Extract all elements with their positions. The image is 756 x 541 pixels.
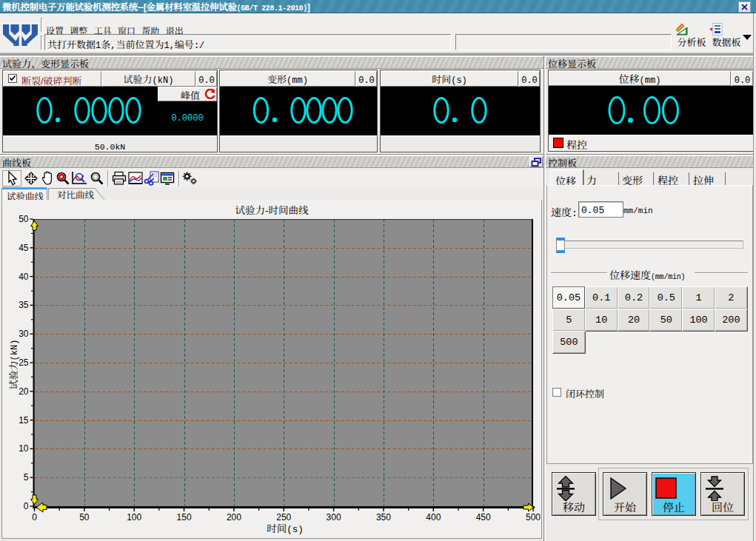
svg-text:20: 20 (19, 386, 29, 397)
svg-text:5: 5 (24, 472, 29, 483)
svg-text:45: 45 (19, 243, 29, 253)
svg-text:30: 30 (19, 329, 29, 339)
svg-text:35: 35 (19, 300, 29, 310)
svg-text:0: 0 (24, 501, 29, 511)
svg-text:10: 10 (19, 443, 29, 454)
svg-text:25: 25 (19, 357, 29, 368)
svg-text:15: 15 (19, 415, 29, 426)
svg-text:40: 40 (19, 272, 29, 282)
